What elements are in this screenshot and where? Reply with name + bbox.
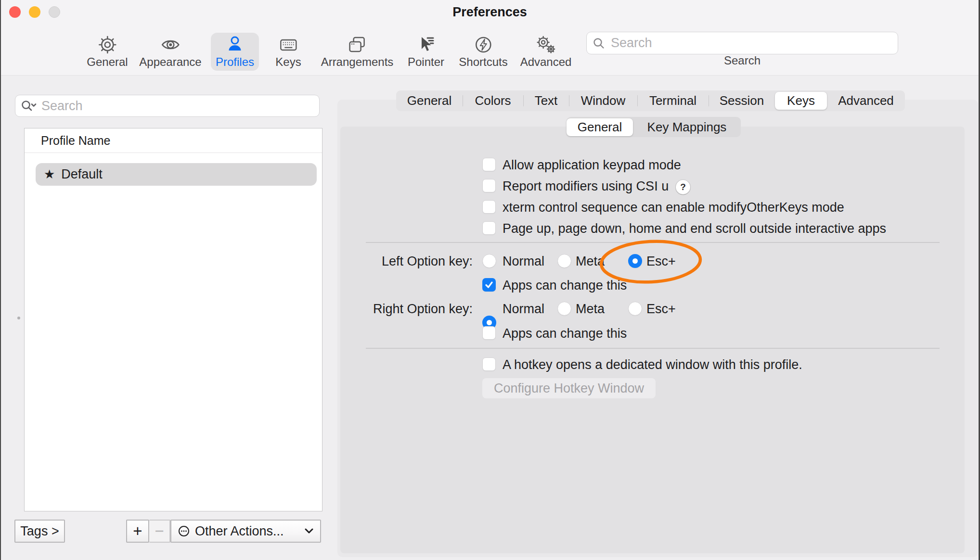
minus-icon: − xyxy=(155,524,164,538)
toolbar-item-label: Appearance xyxy=(139,55,201,69)
chevron-down-icon xyxy=(305,528,313,534)
toolbar-item-general[interactable]: General xyxy=(82,33,132,71)
tab-text[interactable]: Text xyxy=(523,90,569,111)
zoom-button[interactable] xyxy=(49,6,60,18)
checkbox-label: xterm control sequence can enable modify… xyxy=(503,200,844,215)
tags-button-label: Tags > xyxy=(20,524,59,539)
toolbar-item-label: Shortcuts xyxy=(459,55,507,69)
plus-icon: + xyxy=(133,524,142,538)
radio-left-normal[interactable] xyxy=(482,254,496,268)
add-profile-button[interactable]: + xyxy=(126,520,149,543)
profile-name: Default xyxy=(61,167,103,182)
checkbox-modify-other-keys[interactable] xyxy=(482,200,496,214)
other-actions-label: Other Actions... xyxy=(195,524,284,539)
toolbar-item-label: Keys xyxy=(275,55,301,69)
windows-icon xyxy=(347,34,368,55)
tab-window[interactable]: Window xyxy=(569,90,637,111)
preferences-window: Preferences General Appearance Profiles xyxy=(0,0,980,560)
checkbox-right-apps-change[interactable] xyxy=(482,326,496,340)
question-mark-icon: ? xyxy=(680,182,686,192)
toolbar-item-label: General xyxy=(87,55,128,69)
toolbar-item-arrangements[interactable]: Arrangements xyxy=(316,33,399,71)
gear-icon xyxy=(97,34,118,55)
toolbar-item-label: Arrangements xyxy=(321,55,394,69)
tab-divider xyxy=(463,95,463,106)
left-option-key-label: Left Option key: xyxy=(333,254,473,269)
checkbox-left-apps-change[interactable] xyxy=(482,278,496,292)
tab-terminal[interactable]: Terminal xyxy=(637,90,709,111)
bolt-circle-icon xyxy=(473,34,494,55)
help-button[interactable]: ? xyxy=(676,180,690,194)
toolbar-item-label: Advanced xyxy=(520,55,572,69)
checkbox-keypad-mode[interactable] xyxy=(482,158,496,171)
eye-icon xyxy=(160,34,181,55)
tab-session[interactable]: Session xyxy=(709,90,775,111)
close-button[interactable] xyxy=(9,6,21,18)
search-icon xyxy=(593,37,605,50)
radio-label: Normal xyxy=(503,302,544,316)
tab-divider xyxy=(569,95,569,106)
toolbar-item-label: Pointer xyxy=(408,55,444,69)
radio-label: Normal xyxy=(503,254,544,268)
tab-keys[interactable]: Keys xyxy=(775,92,827,110)
checkbox-scroll-outside-apps[interactable] xyxy=(482,221,496,235)
profile-search-field[interactable] xyxy=(15,95,320,117)
checkbox-label: Apps can change this xyxy=(503,326,627,341)
right-option-key-label: Right Option key: xyxy=(333,302,473,317)
toolbar-search-field[interactable] xyxy=(586,32,898,54)
profile-tab-bar: General Colors Text Window Terminal Sess… xyxy=(396,90,905,111)
tab-advanced[interactable]: Advanced xyxy=(827,90,905,111)
radio-right-meta[interactable] xyxy=(557,302,571,316)
tags-button[interactable]: Tags > xyxy=(14,520,65,543)
subtab-general[interactable]: General xyxy=(567,118,633,136)
tab-colors[interactable]: Colors xyxy=(463,90,523,111)
tab-divider xyxy=(709,95,709,106)
person-icon xyxy=(224,34,245,55)
subtab-key-mappings[interactable]: Key Mappings xyxy=(633,117,741,137)
checkbox-label: A hotkey opens a dedicated window with t… xyxy=(503,357,802,372)
configure-hotkey-window-button[interactable]: Configure Hotkey Window xyxy=(482,378,656,398)
tab-general[interactable]: General xyxy=(396,90,463,111)
radio-right-esc[interactable] xyxy=(628,302,642,316)
toolbar-item-profiles[interactable]: Profiles xyxy=(211,33,259,71)
profile-list-panel: Profile Name ★ Default xyxy=(24,128,322,511)
toolbar-item-advanced[interactable]: Advanced xyxy=(516,33,577,71)
checkbox-label: Report modifiers using CSI u xyxy=(503,179,669,193)
minimize-button[interactable] xyxy=(29,6,40,18)
profile-search-input[interactable] xyxy=(40,98,313,114)
keyboard-icon xyxy=(278,34,299,55)
window-title: Preferences xyxy=(452,5,527,20)
checkbox-label: Allow application keypad mode xyxy=(503,158,681,172)
radio-left-meta[interactable] xyxy=(557,254,571,268)
tab-divider xyxy=(523,95,524,106)
gears-icon xyxy=(535,34,556,55)
window-edge-dot xyxy=(17,317,20,319)
toolbar-item-keys[interactable]: Keys xyxy=(271,33,306,71)
checkbox-csi-u[interactable] xyxy=(482,179,496,192)
circled-ellipsis-icon xyxy=(178,525,190,537)
check-icon xyxy=(484,280,494,290)
cursor-icon xyxy=(415,34,437,55)
search-menu-icon xyxy=(21,99,37,113)
toolbar-item-label: Profiles xyxy=(216,55,254,69)
keys-subtab-bar: General Key Mappings xyxy=(567,117,741,137)
annotation-ellipse xyxy=(595,236,709,290)
separator xyxy=(366,348,940,349)
tab-divider xyxy=(637,95,638,106)
toolbar-search-input[interactable] xyxy=(610,35,892,51)
radio-label: Esc+ xyxy=(646,302,676,316)
checkbox-hotkey-window[interactable] xyxy=(482,357,496,371)
remove-profile-button[interactable]: − xyxy=(149,520,170,543)
toolbar-search-label: Search xyxy=(724,54,761,67)
profile-list-header: Profile Name xyxy=(25,128,322,153)
toolbar-divider xyxy=(1,75,979,76)
other-actions-dropdown[interactable]: Other Actions... xyxy=(170,520,321,543)
radio-label: Meta xyxy=(576,302,605,316)
profile-list-header-label: Profile Name xyxy=(41,134,111,148)
profile-row-default[interactable]: ★ Default xyxy=(36,163,317,186)
toolbar-item-appearance[interactable]: Appearance xyxy=(134,33,206,71)
checkbox-label: Page up, page down, home and end scroll … xyxy=(503,221,886,236)
star-icon: ★ xyxy=(44,167,55,182)
toolbar-item-pointer[interactable]: Pointer xyxy=(403,33,449,71)
toolbar-item-shortcuts[interactable]: Shortcuts xyxy=(454,33,512,71)
